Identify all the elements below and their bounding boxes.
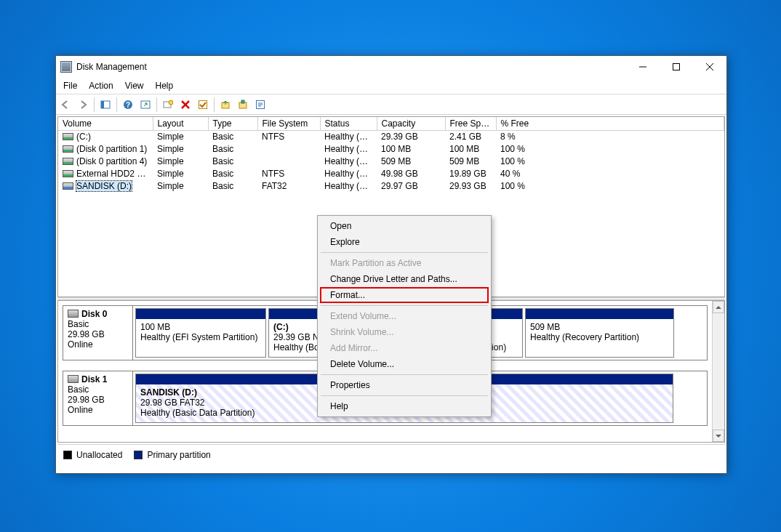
table-row[interactable]: (Disk 0 partition 1)SimpleBasicHealthy (… <box>58 143 724 156</box>
disk-icon <box>68 310 79 318</box>
help-button[interactable]: ? <box>120 97 136 113</box>
window-title: Disk Management <box>76 62 626 72</box>
legend-primary: Primary partition <box>134 450 210 460</box>
legend-unallocated: Unallocated <box>63 450 122 460</box>
ctx-extend: Extend Volume... <box>320 308 489 324</box>
menu-view[interactable]: View <box>119 79 150 92</box>
refresh-button[interactable] <box>137 97 153 113</box>
col-capacity[interactable]: Capacity <box>377 117 445 131</box>
ctx-change-letter[interactable]: Change Drive Letter and Paths... <box>320 271 489 287</box>
scroll-up-icon[interactable] <box>713 301 724 313</box>
column-headers[interactable]: Volume Layout Type File System Status Ca… <box>58 117 724 131</box>
toolbar: ? <box>56 94 726 115</box>
col-free[interactable]: Free Spa... <box>445 117 496 131</box>
menu-file[interactable]: File <box>57 79 83 92</box>
menu-action[interactable]: Action <box>83 79 119 92</box>
disk-icon <box>68 375 79 383</box>
ctx-add-mirror: Add Mirror... <box>320 340 489 356</box>
delete-button[interactable] <box>177 97 193 113</box>
table-row[interactable]: (Disk 0 partition 4)SimpleBasicHealthy (… <box>58 156 724 168</box>
scrollbar[interactable] <box>712 301 724 442</box>
ctx-mark-active: Mark Partition as Active <box>320 255 489 271</box>
checkmark-button[interactable] <box>195 97 211 113</box>
partition[interactable]: 509 MBHealthy (Recovery Partition) <box>525 308 674 358</box>
svg-rect-1 <box>673 64 680 70</box>
svg-point-10 <box>169 100 173 105</box>
table-row[interactable]: External HDD2 (E:)SimpleBasicNTFSHealthy… <box>58 168 724 180</box>
disk-header[interactable]: Disk 0Basic29.98 GBOnline <box>63 306 133 360</box>
col-status[interactable]: Status <box>320 117 377 131</box>
col-fs[interactable]: File System <box>257 117 320 131</box>
minimize-button[interactable] <box>626 56 660 78</box>
action-button-1[interactable] <box>217 97 233 113</box>
context-menu: Open Explore Mark Partition as Active Ch… <box>317 215 492 417</box>
col-pct[interactable]: % Free <box>496 117 724 131</box>
app-icon <box>60 61 72 73</box>
scroll-down-icon[interactable] <box>713 430 724 442</box>
ctx-properties[interactable]: Properties <box>320 377 489 393</box>
maximize-button[interactable] <box>660 56 693 78</box>
partition[interactable]: 100 MBHealthy (EFI System Partition) <box>135 308 266 358</box>
ctx-explore[interactable]: Explore <box>320 234 489 250</box>
legend: Unallocated Primary partition <box>57 444 725 464</box>
titlebar[interactable]: Disk Management <box>56 56 726 78</box>
ctx-format[interactable]: Format... <box>320 287 489 303</box>
close-button[interactable] <box>693 56 726 78</box>
ctx-shrink: Shrink Volume... <box>320 324 489 340</box>
col-volume[interactable]: Volume <box>58 117 153 131</box>
show-hide-console-button[interactable] <box>97 97 113 113</box>
ctx-open[interactable]: Open <box>320 218 489 234</box>
properties-button[interactable] <box>252 97 268 113</box>
ctx-help[interactable]: Help <box>320 398 489 414</box>
action-button-2[interactable] <box>235 97 251 113</box>
ctx-delete[interactable]: Delete Volume... <box>320 356 489 372</box>
disk-header[interactable]: Disk 1Basic29.98 GBOnline <box>63 371 133 425</box>
table-row[interactable]: SANDISK (D:)SimpleBasicFAT32Healthy (B..… <box>58 180 724 193</box>
svg-text:?: ? <box>126 101 130 109</box>
settings-button-1[interactable] <box>160 97 176 113</box>
scroll-track[interactable] <box>713 313 724 430</box>
forward-button[interactable] <box>75 97 91 113</box>
col-layout[interactable]: Layout <box>153 117 208 131</box>
menu-help[interactable]: Help <box>150 79 180 92</box>
col-type[interactable]: Type <box>208 117 257 131</box>
menubar: File Action View Help <box>56 78 726 94</box>
svg-rect-16 <box>241 100 244 103</box>
back-button[interactable] <box>57 97 73 113</box>
svg-rect-5 <box>101 101 104 108</box>
table-row[interactable]: (C:)SimpleBasicNTFSHealthy (B...29.39 GB… <box>58 131 724 143</box>
